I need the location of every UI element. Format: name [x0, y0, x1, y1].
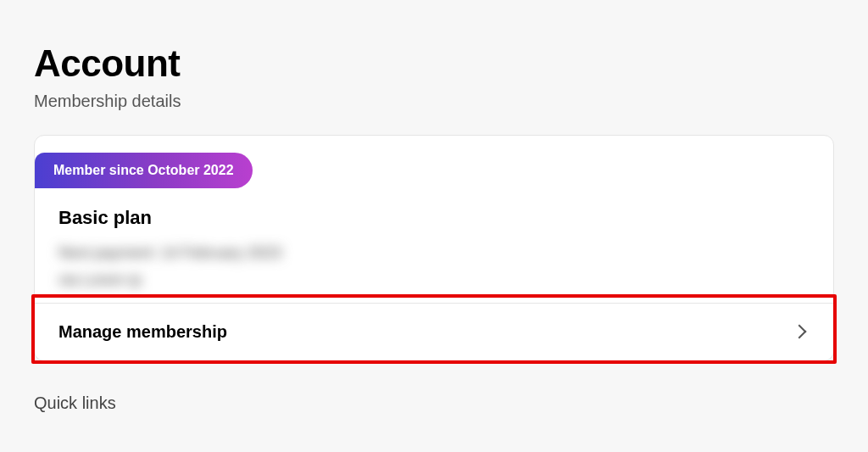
membership-card: Member since October 2022 Basic plan Nex…	[34, 135, 834, 361]
manage-membership-label: Manage membership	[58, 322, 227, 342]
page-subtitle: Membership details	[34, 92, 834, 111]
plan-details-obscured: Next payment: 14 February 2023 via Lorem…	[35, 239, 833, 303]
page-title: Account	[34, 42, 834, 85]
obscured-line-2: via Lorem ip	[58, 266, 810, 293]
obscured-line-1: Next payment: 14 February 2023	[58, 239, 810, 266]
plan-name: Basic plan	[35, 188, 833, 239]
member-since-badge: Member since October 2022	[35, 153, 253, 188]
chevron-right-icon	[793, 325, 807, 339]
account-page: Account Membership details Member since …	[0, 0, 868, 413]
manage-membership-button[interactable]: Manage membership	[35, 303, 833, 360]
quick-links-heading: Quick links	[34, 393, 834, 413]
